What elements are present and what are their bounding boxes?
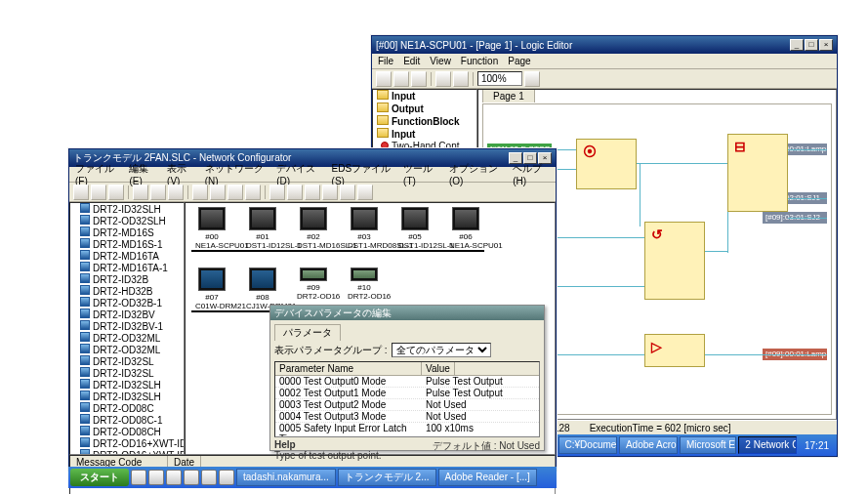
maximize-button[interactable]: □ xyxy=(805,39,818,51)
function-block-not[interactable]: ▷ xyxy=(644,334,705,367)
function-block-reset[interactable]: ↺ xyxy=(644,222,705,300)
tree-fb[interactable]: FunctionBlock xyxy=(377,115,476,128)
tree-item[interactable]: DRT2-OD32B-1 xyxy=(80,297,184,309)
tool-icon[interactable] xyxy=(227,185,243,200)
device-node[interactable]: #05DST1-ID12SL-1 xyxy=(398,207,432,250)
tree-item[interactable]: DRT2-OD16+XWT-ID08-1 xyxy=(80,449,184,455)
quicklaunch-icon[interactable] xyxy=(219,470,234,485)
dialog-title[interactable]: デバイスパラメータの編集 xyxy=(270,306,544,320)
menu-edit[interactable]: Edit xyxy=(403,56,420,66)
tree-output[interactable]: Output xyxy=(377,103,476,115)
tree-logic-input[interactable]: Input xyxy=(377,128,476,141)
menu-item[interactable]: オプション(O) xyxy=(449,162,503,186)
tree-item[interactable]: DRT2-ID32SLH xyxy=(80,391,184,402)
task-item[interactable]: Microsoft Exce... xyxy=(680,436,736,454)
group-select[interactable]: 全てのパラメータ xyxy=(392,343,491,357)
table-row[interactable]: 0002 Test Output1 ModePulse Test Output xyxy=(275,388,539,399)
menu-item[interactable]: デバイス(D) xyxy=(276,162,321,186)
tree-item[interactable]: DRT2-OD32ML xyxy=(80,332,184,344)
tree-item[interactable]: DRT2-OD08CH xyxy=(80,426,184,437)
device-node[interactable]: #00NE1A-SCPU01 xyxy=(195,207,228,250)
quicklaunch-icon[interactable] xyxy=(131,470,146,485)
tree-item[interactable]: DRT2-ID32SLH xyxy=(80,203,184,215)
tool-new-icon[interactable] xyxy=(376,71,392,87)
menu-page[interactable]: Page xyxy=(508,56,530,66)
tree-item[interactable]: DRT2-ID32BV-1 xyxy=(80,320,184,332)
tree-item[interactable]: DRT2-OD08C-1 xyxy=(80,414,184,426)
table-row[interactable]: 0004 Test Output3 ModeNot Used xyxy=(275,411,539,423)
tree-item[interactable]: DRT2-MD16TA-1 xyxy=(80,262,184,273)
tree-item[interactable]: DRT2-OD16+XWT-ID08 xyxy=(80,437,184,449)
tree-input[interactable]: Input xyxy=(377,90,476,103)
function-block-estop[interactable]: ⦿ xyxy=(576,139,637,189)
menu-item[interactable]: ツール(T) xyxy=(403,162,439,186)
quicklaunch-icon[interactable] xyxy=(166,470,182,485)
tool-icon[interactable] xyxy=(357,185,373,200)
device-node[interactable]: #06NE1A-SCPU01 xyxy=(449,207,482,250)
menu-item[interactable]: 表示(V) xyxy=(167,162,195,186)
parameter-table[interactable]: Parameter Name Value 0000 Test Output0 M… xyxy=(274,361,540,437)
tool-icon[interactable] xyxy=(269,185,285,200)
titlebar[interactable]: [#00] NE1A-SCPU01 - [Page 1] - Logic Edi… xyxy=(372,36,837,54)
tool-icon[interactable] xyxy=(91,185,106,200)
quicklaunch-icon[interactable] xyxy=(184,470,199,485)
tree-item[interactable]: DRT2-ID32SL xyxy=(80,367,184,379)
tool-icon[interactable] xyxy=(192,185,208,200)
tool-icon[interactable] xyxy=(305,185,320,200)
table-row[interactable]: 0000 Test Output0 ModePulse Test Output xyxy=(275,376,539,388)
tree-item[interactable]: DRT2-ID32SL xyxy=(80,355,184,367)
quicklaunch-icon[interactable] xyxy=(201,470,217,485)
tool-icon[interactable] xyxy=(108,185,124,200)
tree-item[interactable]: DRT2-ID32SLH xyxy=(80,379,184,391)
menu-item[interactable]: ファイル(F) xyxy=(75,162,119,186)
task-item[interactable]: tadashi.nakamura... xyxy=(236,469,336,486)
task-item[interactable]: トランクモデル 2... xyxy=(338,469,436,486)
tree-item[interactable]: DRT2-OD32SLH xyxy=(80,215,184,226)
tool-open-icon[interactable] xyxy=(393,71,409,87)
tree-item[interactable]: DRT2-ID32B xyxy=(80,273,184,285)
menu-item[interactable]: ネットワーク(N) xyxy=(205,162,268,186)
tree-item[interactable]: DRT2-MD16TA xyxy=(80,250,184,262)
function-block-edm[interactable]: ⊟ xyxy=(727,134,788,212)
table-row[interactable]: 0003 Test Output2 ModeNot Used xyxy=(275,399,539,411)
device-node[interactable]: #07C01W-DRM21 xyxy=(195,268,228,310)
tool-icon[interactable] xyxy=(245,185,261,200)
device-node[interactable]: #01DST1-ID12SL-1 xyxy=(246,207,279,250)
tree-item[interactable]: DRT2-HD32B xyxy=(80,285,184,297)
tree-item[interactable]: DRT2-OD32ML xyxy=(80,344,184,355)
device-node[interactable]: #09DRT2-OD16 xyxy=(297,268,330,301)
device-node[interactable]: #03DST1-MRD08SL-1 xyxy=(348,207,381,250)
tree-item[interactable]: DRT2-MD16S xyxy=(80,226,184,238)
task-item[interactable]: Adobe Acrobat ... xyxy=(619,436,678,454)
tool-zoom-icon[interactable] xyxy=(524,71,540,87)
device-node[interactable]: #02DST1-MD16SL-1 xyxy=(297,207,330,250)
tool-icon[interactable] xyxy=(322,185,338,200)
menu-function[interactable]: Function xyxy=(461,56,498,66)
quicklaunch-icon[interactable] xyxy=(148,470,164,485)
tool-icon[interactable] xyxy=(168,185,184,200)
page-tab[interactable]: Page 1 xyxy=(482,89,535,103)
menu-item[interactable]: ヘルプ(H) xyxy=(513,162,550,186)
device-tree[interactable]: DRT2-ID32SLHDRT2-OD32SLHDRT2-MD16SDRT2-M… xyxy=(69,202,185,455)
task-item[interactable]: Adobe Reader - [...] xyxy=(438,469,537,486)
menu-view[interactable]: View xyxy=(430,56,451,66)
parameter-edit-dialog[interactable]: デバイスパラメータの編集 パラメータ 表示パラメータグループ : 全てのパラメー… xyxy=(269,305,545,451)
start-button[interactable]: スタート xyxy=(70,469,129,486)
task-item-active[interactable]: 2 Network C... ▼ xyxy=(738,436,797,454)
menu-item[interactable]: EDSファイル(S) xyxy=(332,162,394,186)
dialog-tab[interactable]: パラメータ xyxy=(274,324,341,341)
tool-icon[interactable] xyxy=(287,185,303,200)
close-button[interactable]: × xyxy=(819,39,833,51)
menu-file[interactable]: File xyxy=(378,56,393,66)
tool-icon[interactable] xyxy=(150,185,166,200)
tool-icon[interactable] xyxy=(133,185,148,200)
menu-item[interactable]: 編集(E) xyxy=(129,162,157,186)
table-row[interactable]: 0005 Safety Input Error Latch Time100 x1… xyxy=(275,423,539,437)
tool-icon[interactable] xyxy=(210,185,226,200)
col-header[interactable]: Parameter Name xyxy=(275,362,422,375)
minimize-button[interactable]: _ xyxy=(790,39,804,51)
task-item[interactable]: C:¥Documents ... xyxy=(558,436,617,454)
zoom-field[interactable]: 100% xyxy=(477,71,522,86)
tool-cut-icon[interactable] xyxy=(435,71,451,87)
tool-icon[interactable] xyxy=(73,185,89,200)
